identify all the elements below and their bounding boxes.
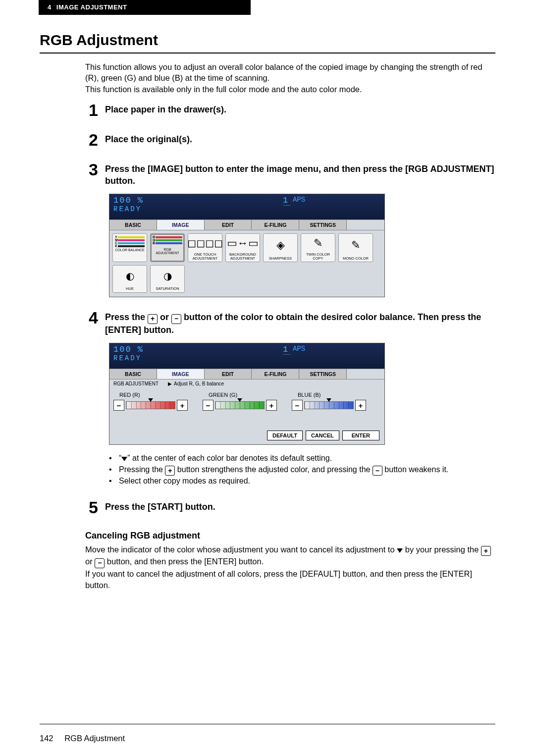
background-adjustment-button[interactable]: ▭↔▭ BACKGROUND ADJUSTMENT (225, 233, 260, 262)
page-number: 142 (40, 734, 54, 743)
step-3-text: Press the [IMAGE] button to enter the im… (105, 161, 495, 187)
mono-color-icon: ✎ (351, 234, 360, 256)
saturation-icon: ◑ (163, 266, 172, 286)
canceling-body: Move the indicator of the color whose ad… (85, 544, 495, 591)
one-touch-icon: ◻◻◻◻ (187, 234, 223, 252)
step-4-pre: Press the (105, 312, 148, 322)
twin-color-label: TWIN COLOR COPY (306, 253, 330, 261)
tab-settings-2[interactable]: SETTINGS (299, 369, 347, 379)
lcd-status-bar: 100 % READY 1 APS (109, 194, 384, 219)
zoom-percent: 100 % (113, 196, 380, 205)
mono-color-button[interactable]: ✎ MONO COLOR (338, 233, 373, 262)
chapter-header: 4 IMAGE ADJUSTMENT (39, 0, 251, 15)
page-title: RGB Adjustment (40, 32, 495, 49)
saturation-label: SATURATION (156, 286, 179, 291)
tab-spacer-2 (347, 369, 384, 379)
sharpness-icon: ◈ (276, 234, 285, 256)
footer-title: RGB Adjustment (64, 734, 125, 743)
background-icon: ▭↔▭ (227, 234, 259, 252)
blue-slider[interactable] (304, 401, 354, 409)
one-touch-label: ONE TOUCH ADJUSTMENT (193, 253, 217, 261)
title-rule (40, 53, 495, 54)
green-channel: GREEN (G) − + (203, 392, 277, 411)
tab-settings[interactable]: SETTINGS (299, 220, 347, 230)
tab-image[interactable]: IMAGE (157, 220, 205, 230)
step-5: 5 Press the [START] button. (40, 499, 495, 516)
mono-color-label: MONO COLOR (343, 257, 369, 261)
tab-spacer (347, 220, 384, 230)
cancel-p1c: or (85, 557, 95, 566)
copy-count: 1 (283, 196, 291, 206)
enter-button[interactable]: ENTER (342, 431, 379, 440)
note-3: • Select other copy modes as required. (109, 476, 495, 486)
breadcrumb: RGB ADJUSTMENT (113, 381, 168, 386)
blue-label: BLUE (B) (298, 392, 366, 398)
cancel-p1d: button, and then press the [ENTER] butto… (107, 557, 264, 566)
background-label: BACKGROUND ADJUSTMENT (229, 253, 256, 261)
aps-indicator-2: APS (293, 345, 305, 353)
blue-minus-button[interactable]: − (292, 400, 303, 411)
twin-color-icon: ✎ (314, 234, 322, 252)
saturation-button[interactable]: ◑ SATURATION (150, 265, 185, 293)
red-plus-button[interactable]: + (177, 400, 188, 411)
note-2c: button weakens it. (382, 465, 448, 474)
default-button[interactable]: DEFAULT (267, 431, 303, 440)
green-slider[interactable] (215, 401, 265, 409)
tab-image-2[interactable]: IMAGE (157, 369, 205, 379)
green-plus-button[interactable]: + (266, 400, 277, 411)
intro-line-2: This function is available only in the f… (85, 84, 495, 95)
chapter-title: IMAGE ADJUSTMENT (56, 3, 127, 11)
note-1b: ” at the center of each color bar denote… (127, 454, 332, 462)
rgb-adjustment-label: RGB ADJUSTMENT (153, 248, 182, 255)
step-4-mid: or (160, 312, 171, 322)
sharpness-button[interactable]: ◈ SHARPNESS (263, 233, 298, 262)
device-panel-image-menu: 100 % READY 1 APS BASIC IMAGE EDIT E-FIL… (109, 194, 385, 297)
tab-basic[interactable]: BASIC (109, 220, 157, 230)
hue-icon: ◐ (126, 266, 134, 286)
footer-rule (40, 724, 495, 724)
tab-bar: BASIC IMAGE EDIT E-FILING SETTINGS (109, 219, 384, 230)
cancel-p2: If you want to cancel the adjustment of … (85, 569, 472, 590)
zoom-percent-2: 100 % (113, 345, 380, 354)
tab-basic-2[interactable]: BASIC (109, 369, 157, 379)
blue-plus-button[interactable]: + (355, 400, 366, 411)
image-menu-row-1: Y M C K COLOR BALANCE R G B RGB ADJUSTME… (109, 230, 384, 264)
one-touch-adjustment-button[interactable]: ◻◻◻◻ ONE TOUCH ADJUSTMENT (188, 233, 222, 262)
chapter-number: 4 (48, 3, 52, 11)
device-panel-rgb-adjust: 100 % READY 1 APS BASIC IMAGE EDIT E-FIL… (109, 343, 385, 445)
twin-color-copy-button[interactable]: ✎ TWIN COLOR COPY (301, 233, 335, 262)
step-2-number: 2 (78, 131, 105, 148)
red-slider[interactable] (126, 401, 175, 409)
hue-button[interactable]: ◐ HUE (112, 265, 147, 293)
step-2: 2 Place the original(s). (40, 131, 495, 148)
tab-edit-2[interactable]: EDIT (205, 369, 252, 379)
intro-line-1: This function allows you to adjust an ov… (85, 61, 495, 84)
down-triangle-icon-2 (397, 548, 403, 553)
note-2a: Pressing the (119, 465, 165, 474)
green-minus-button[interactable]: − (203, 400, 214, 411)
tab-efiling-2[interactable]: E-FILING (252, 369, 299, 379)
panel-button-row: DEFAULT CANCEL ENTER (109, 431, 384, 444)
rgb-sliders-row: RED (R) − + GREEN (G) − + (109, 388, 384, 431)
step-4-number: 4 (78, 309, 105, 336)
plus-icon-3: + (481, 546, 491, 556)
cancel-button[interactable]: CANCEL (306, 431, 339, 440)
red-minus-button[interactable]: − (113, 400, 124, 411)
tab-efiling[interactable]: E-FILING (252, 220, 299, 230)
footer: 142 RGB Adjustment (40, 734, 125, 743)
color-balance-button[interactable]: Y M C K COLOR BALANCE (112, 233, 147, 262)
color-balance-label: COLOR BALANCE (115, 248, 145, 252)
aps-indicator: APS (293, 196, 305, 204)
image-menu-row-2: ◐ HUE ◑ SATURATION (109, 264, 384, 297)
plus-icon-2: + (165, 466, 175, 476)
green-label: GREEN (G) (209, 392, 277, 398)
rgb-adjustment-button[interactable]: R G B RGB ADJUSTMENT (150, 233, 185, 262)
step-4-text: Press the + or − button of the color to … (105, 309, 495, 336)
breadcrumb-line: RGB ADJUSTMENT ▶ Adjust R, G, B balance (109, 379, 384, 388)
step-5-text: Press the [START] button. (105, 499, 495, 516)
hue-label: HUE (126, 286, 134, 291)
cancel-p1b: by your pressing the (405, 545, 481, 554)
cancel-p1a: Move the indicator of the color whose ad… (85, 545, 397, 554)
down-triangle-icon (121, 457, 127, 461)
tab-edit[interactable]: EDIT (205, 220, 252, 230)
